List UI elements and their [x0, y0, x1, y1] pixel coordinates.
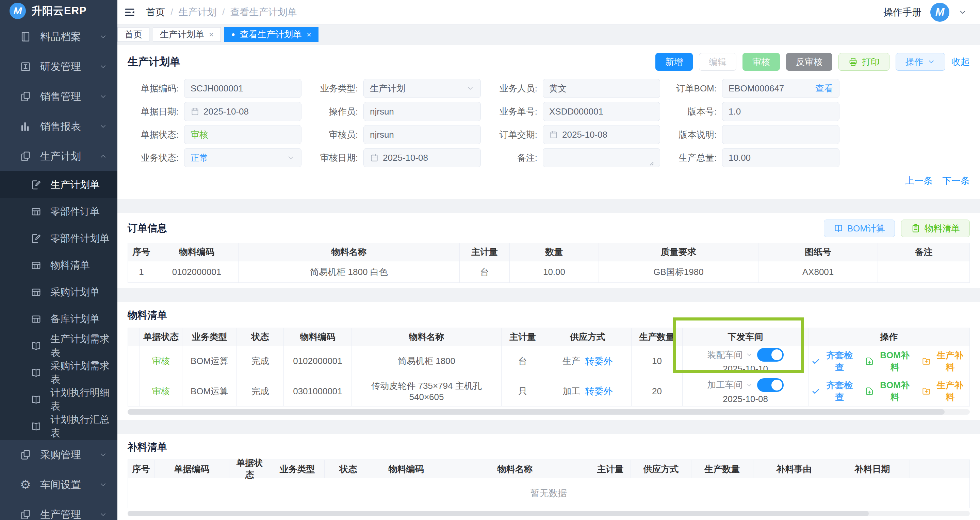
view-bom-link[interactable]: 查看 [815, 82, 833, 95]
workshop-select[interactable]: 装配车间 [708, 349, 753, 361]
version-field[interactable]: 1.0 [722, 102, 840, 121]
operator-field[interactable]: njrsun [363, 102, 481, 121]
sidebar-item-purchase-plan-order[interactable]: 采购计划单 [0, 279, 118, 306]
audit-button[interactable]: 审核 [743, 53, 780, 71]
production-supplement-link[interactable]: 生产补料 [922, 349, 967, 373]
sidebar-item-production-plan[interactable]: 生产计划 [0, 141, 118, 171]
doc-code-field[interactable]: SCJH000001 [184, 79, 301, 98]
horizontal-scrollbar[interactable] [127, 409, 970, 415]
sidebar-item-plan-exec-detail[interactable]: 计划执行明细表 [0, 386, 118, 413]
col-header: 操作 [808, 328, 969, 346]
unaudit-button[interactable]: 反审核 [786, 53, 832, 71]
sidebar-item-production-mgmt[interactable]: 生产管理 [0, 499, 118, 520]
avatar[interactable]: M [930, 3, 950, 22]
prev-record-link[interactable]: 上一条 [905, 175, 933, 187]
sidebar-item-production-plan-order[interactable]: 生产计划单 [0, 171, 118, 198]
action-label: 齐套检查 [823, 379, 856, 403]
collapse-link[interactable]: 收起 [951, 56, 970, 68]
scrollbar-thumb[interactable] [127, 409, 945, 415]
auditor-field[interactable]: njrsun [363, 125, 481, 144]
production-supplement-link[interactable]: 生产补料 [922, 379, 967, 403]
close-icon[interactable]: × [209, 30, 214, 40]
issue-workshop-toggle[interactable] [757, 348, 784, 361]
to-outsource-link[interactable]: 转委外 [585, 385, 613, 397]
bom-supplement-link[interactable]: BOM补料 [865, 349, 913, 373]
sidebar-item-plan-exec-summary[interactable]: 计划执行汇总表 [0, 413, 118, 440]
sidebar-item-purchase-demand-report[interactable]: 采购计划需求表 [0, 359, 118, 386]
next-record-link[interactable]: 下一条 [942, 175, 970, 187]
col-header: 备注 [878, 243, 969, 261]
folder-plus-icon [922, 387, 931, 396]
cell-status: 完成 [237, 346, 284, 376]
table-header-row: 序号 物料编码 物料名称 主计量 数量 质量要求 图纸号 备注 [128, 243, 969, 262]
material-list-button[interactable]: 物料清单 [901, 220, 970, 237]
to-outsource-link[interactable]: 转委外 [585, 355, 613, 368]
section-title: 订单信息 [127, 222, 167, 235]
remark-textarea[interactable] [543, 148, 660, 167]
tab-production-plan-order[interactable]: 生产计划单 × [153, 27, 221, 42]
sidebar-item-material-archive[interactable]: 料品档案 [0, 22, 118, 52]
actions-dropdown-button[interactable]: 操作 [896, 53, 945, 71]
bom-calc-button[interactable]: BOM计算 [824, 220, 895, 237]
sidebar-item-production-demand-report[interactable]: 生产计划需求表 [0, 332, 118, 359]
scrollbar-thumb[interactable] [127, 511, 869, 516]
sidebar-item-stock-plan-order[interactable]: 备库计划单 [0, 306, 118, 332]
doc-status-field[interactable]: 审核 [184, 125, 301, 144]
sidebar-item-parts-plan-order[interactable]: 零部件计划单 [0, 225, 118, 252]
sidebar-item-sales-report[interactable]: 销售报表 [0, 111, 118, 141]
chevron-down-icon [746, 381, 753, 389]
kit-check-link[interactable]: 齐套检查 [811, 379, 856, 403]
col-header: 物料编码 [284, 328, 352, 346]
breadcrumb-home[interactable]: 首页 [146, 6, 165, 19]
sidebar-item-workshop-settings[interactable]: ⚙ 车间设置 [0, 470, 118, 499]
biz-status-select[interactable]: 正常 [184, 148, 301, 167]
issue-workshop-toggle[interactable] [757, 378, 784, 392]
calendar-icon [370, 153, 379, 162]
workshop-select[interactable]: 加工车间 [708, 379, 753, 391]
print-button[interactable]: 打印 [838, 53, 889, 71]
field-label: 生产总量: [666, 152, 717, 164]
field-label: 业务状态: [127, 152, 179, 164]
breadcrumb-production-plan[interactable]: 生产计划 [179, 6, 217, 19]
horizontal-scrollbar[interactable] [127, 511, 970, 516]
add-button[interactable]: 新增 [655, 53, 693, 71]
edit-button[interactable]: 编辑 [699, 53, 737, 71]
record-pager: 上一条 下一条 [127, 175, 970, 187]
version-note-field[interactable] [722, 125, 840, 144]
col-header: 序号 [128, 460, 154, 478]
tab-home[interactable]: 首页 [118, 27, 150, 42]
order-due-date-field[interactable]: 2025-10-08 [543, 125, 660, 144]
cell-status: 完成 [237, 376, 284, 406]
sidebar-item-sales-mgmt[interactable]: 销售管理 [0, 82, 118, 111]
close-icon[interactable]: × [307, 30, 311, 40]
sidebar-item-label: 销售报表 [40, 120, 90, 133]
manual-link[interactable]: 操作手册 [883, 6, 921, 19]
check-icon [811, 387, 820, 396]
sidebar-item-label: 车间设置 [40, 478, 90, 492]
sidebar-item-purchase-mgmt[interactable]: 采购管理 [0, 440, 118, 470]
biz-person-field[interactable]: 黄文 [543, 79, 660, 98]
order-bom-field[interactable]: EBOM000647 查看 [722, 79, 840, 98]
tab-view-production-plan-order[interactable]: ● 查看生产计划单 × [224, 27, 318, 42]
cell-material-name: 简易机柜 1800 [352, 346, 501, 376]
bar-chart-icon [20, 120, 31, 132]
sidebar-item-rnd[interactable]: 研发管理 [0, 52, 118, 82]
audit-date-field[interactable]: 2025-10-08 [363, 148, 481, 167]
bom-supplement-link[interactable]: BOM补料 [865, 379, 913, 403]
field-value: 黄文 [549, 82, 567, 95]
resize-handle-icon[interactable] [648, 160, 654, 165]
copy-icon [20, 449, 31, 461]
section-title: 补料清单 [127, 441, 970, 454]
kit-check-link[interactable]: 齐套检查 [811, 349, 856, 373]
breadcrumb-separator: / [222, 7, 225, 17]
sidebar-item-material-list[interactable]: 物料清单 [0, 252, 118, 279]
sidebar-item-parts-order[interactable]: 零部件订单 [0, 198, 118, 225]
biz-order-no-field[interactable]: XSDD000001 [543, 102, 660, 121]
field-label: 业务人员: [486, 82, 537, 95]
collapse-menu-icon[interactable] [122, 5, 137, 20]
user-menu-caret-icon[interactable] [958, 8, 967, 17]
production-plan-submenu: 生产计划单 零部件订单 零部件计划单 物料清单 采购计划单 备库计划单 生产计划… [0, 171, 118, 440]
total-qty-field[interactable]: 10.00 [722, 148, 840, 167]
biz-type-select[interactable]: 生产计划 [363, 79, 481, 98]
doc-date-field[interactable]: 2025-10-08 [184, 102, 301, 121]
